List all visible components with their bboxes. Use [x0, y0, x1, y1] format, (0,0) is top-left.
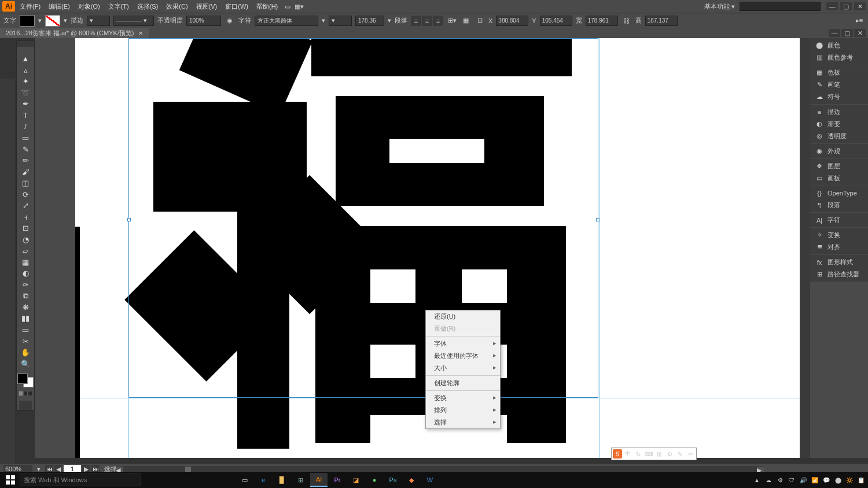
selection-tool[interactable]: ▲ [18, 54, 33, 64]
slice-tool[interactable]: ✂ [18, 336, 33, 346]
font-dropdown-icon[interactable]: ▾ [322, 17, 325, 24]
menu-effect[interactable]: 效果(C) [163, 1, 191, 12]
help-search[interactable] [740, 2, 821, 11]
panel-artboards[interactable]: ▭画板 [810, 172, 868, 184]
tray-settings-icon[interactable]: ⚙ [775, 475, 785, 485]
ime-toolbar[interactable]: S 中 ↻ ⌨ ⊞ ⚙ ✎ ✂ [611, 448, 697, 460]
stroke-dropdown-icon[interactable]: ▾ [64, 17, 67, 24]
panel-collapse-strip[interactable] [800, 38, 810, 458]
taskbar-app4[interactable]: ● [366, 473, 383, 487]
lasso-tool[interactable]: ➰ [18, 88, 33, 98]
rectangle-tool[interactable]: ▭ [18, 133, 33, 143]
panel-swatches[interactable]: ▦色板 [810, 66, 868, 79]
link-wh-icon[interactable]: ⛓ [621, 16, 632, 26]
color-picker[interactable] [17, 374, 34, 388]
ctx-recent-fonts[interactable]: 最近使用的字体 [426, 350, 500, 362]
arrange-docs-icon[interactable]: ▦▾ [294, 1, 304, 12]
align-left[interactable]: ≡ [411, 16, 421, 26]
fill-dropdown-icon[interactable]: ▾ [38, 17, 42, 24]
tray-volume-icon[interactable]: 🔊 [799, 475, 808, 485]
direct-selection-tool[interactable]: ▵ [18, 65, 33, 76]
hand-tool[interactable]: ✋ [18, 347, 33, 358]
tray-overflow-icon[interactable]: ▲ [752, 475, 762, 485]
ime-switch-icon[interactable]: ↻ [634, 449, 643, 459]
tray-shield-icon[interactable]: 🛡 [787, 475, 796, 485]
taskbar-photoshop[interactable]: Ps [384, 473, 402, 487]
window-maximize[interactable]: ▢ [840, 2, 852, 10]
tab-close-icon[interactable]: ✕ [138, 30, 143, 36]
transform-icon[interactable]: ▦ [461, 16, 471, 26]
ime-keyboard-icon[interactable]: ⌨ [644, 449, 653, 459]
type-tool[interactable]: T [18, 110, 33, 121]
panel-color[interactable]: ⬤颜色 [810, 39, 868, 51]
transform-panel-icon[interactable]: ⊡ [475, 16, 485, 26]
panel-symbols[interactable]: ☁符号 [810, 91, 868, 103]
panel-pathfinder[interactable]: ⊞路径查找器 [810, 268, 868, 280]
menu-edit[interactable]: 编辑(E) [45, 1, 73, 12]
taskbar-word[interactable]: W [421, 473, 439, 487]
menu-type[interactable]: 文字(T) [105, 1, 133, 12]
panel-color-guide[interactable]: ▥颜色参考 [810, 51, 868, 64]
ime-pad-icon[interactable]: ⊞ [654, 449, 664, 459]
font-size[interactable]: 178.36 [355, 16, 384, 26]
menu-select[interactable]: 选择(S) [134, 1, 162, 12]
rotate-tool[interactable]: ⟳ [18, 189, 33, 199]
blend-tool[interactable]: ⧉ [18, 291, 33, 301]
ime-lang[interactable]: 中 [623, 449, 632, 459]
doc-minimize[interactable]: — [829, 29, 840, 37]
foreground-color[interactable] [17, 374, 28, 384]
tray-brightness-icon[interactable]: 🔆 [845, 475, 854, 485]
ctx-undo[interactable]: 还原(U) [426, 310, 500, 323]
zoom-tool[interactable]: 🔍 [18, 358, 33, 369]
panel-transparency[interactable]: ◎透明度 [810, 130, 868, 142]
gradient-tool[interactable]: ◐ [18, 268, 33, 279]
x-value[interactable]: 380.804 [496, 16, 528, 26]
taskbar-illustrator[interactable]: Ai [310, 473, 328, 487]
panel-character[interactable]: A|字符 [810, 214, 868, 226]
tray-action-center-icon[interactable]: 📋 [856, 475, 866, 485]
free-transform-tool[interactable]: ⊡ [18, 223, 33, 234]
panel-menu-icon[interactable]: ▸≡ [854, 16, 865, 26]
ctx-transform[interactable]: 变换 [426, 392, 500, 404]
panel-gradient[interactable]: ◐渐变 [810, 118, 868, 130]
menu-view[interactable]: 视图(V) [193, 1, 221, 12]
ctx-create-outlines[interactable]: 创建轮廓 [426, 377, 500, 389]
column-graph-tool[interactable]: ▮▮ [18, 313, 33, 324]
ctx-select[interactable]: 选择 [426, 416, 500, 428]
menu-file[interactable]: 文件(F) [16, 1, 44, 12]
width-tool[interactable]: ⫞ [18, 212, 33, 222]
tray-chat-icon[interactable]: 💬 [822, 475, 831, 485]
taskbar-premiere[interactable]: Pr [329, 473, 346, 487]
canvas-viewport[interactable]: 还原(U) 重做(R) 字体 最近使用的字体 大小 创建轮廓 变换 排列 选择 [75, 38, 800, 458]
perspective-tool[interactable]: ▱ [18, 246, 33, 256]
size-dropdown-icon[interactable]: ▾ [388, 17, 391, 24]
pencil-tool[interactable]: ✏ [18, 156, 33, 166]
doc-maximize[interactable]: ▢ [841, 29, 853, 37]
document-tab[interactable]: 2016...28贺客来 福.ai* @ 600% (CMYK/预览) ✕ [0, 28, 149, 38]
start-button[interactable] [2, 473, 19, 487]
align-panel-icon[interactable]: ⊞▾ [447, 16, 457, 26]
taskbar-app5[interactable]: ◆ [403, 473, 420, 487]
panel-align[interactable]: ≣对齐 [810, 241, 868, 253]
tray-network-icon[interactable]: 📶 [810, 475, 819, 485]
panel-paragraph[interactable]: ¶段落 [810, 199, 868, 211]
eraser-tool[interactable]: ◫ [18, 178, 33, 188]
w-value[interactable]: 178.961 [586, 16, 618, 26]
stroke-weight[interactable]: ▾ [87, 16, 110, 26]
tray-cloud-icon[interactable]: ☁ [764, 475, 773, 485]
ime-tool-icon[interactable]: ✂ [686, 449, 695, 459]
screen-mode[interactable] [19, 401, 32, 410]
panel-stroke[interactable]: ≡描边 [810, 106, 868, 118]
scale-tool[interactable]: ⤢ [18, 201, 33, 211]
window-minimize[interactable]: — [826, 2, 838, 10]
pen-tool[interactable]: ✒ [18, 99, 33, 109]
panel-layers[interactable]: ❖图层 [810, 160, 868, 172]
align-center[interactable]: ≡ [422, 16, 432, 26]
taskbar-explorer[interactable]: ▉ [273, 473, 290, 487]
font-family[interactable]: 方正大黑简体 [255, 16, 318, 26]
panel-transform[interactable]: ✧变换 [810, 229, 868, 241]
align-right[interactable]: ≡ [433, 16, 443, 26]
ctx-arrange[interactable]: 排列 [426, 404, 500, 416]
ctx-size[interactable]: 大小 [426, 362, 500, 374]
taskbar-edge[interactable]: e [255, 473, 272, 487]
